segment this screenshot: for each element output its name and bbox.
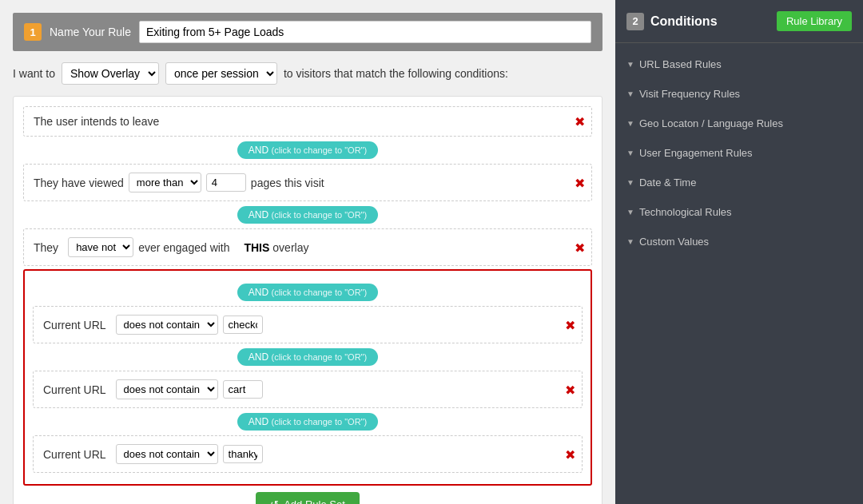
chevron-visit: ▼ [626,89,634,98]
group-url-title[interactable]: ▼ URL Based Rules [615,53,863,76]
rule-library-button[interactable]: Rule Library [777,11,852,31]
step1-label: Name Your Rule [50,26,131,38]
url-row-2: Current URL does not contain contains eq… [33,371,583,408]
url-row-3-select[interactable]: does not contain contains equals starts … [116,444,218,464]
ruleset-box: AND (click to change to "OR") Current UR… [23,269,592,486]
chevron-engagement: ▼ [626,149,634,157]
row3-bold: THIS [244,241,269,254]
iwantto-suffix: to visitors that match the following con… [284,67,508,80]
add-ruleset-icon: ↺ [270,498,279,504]
url-row-3-input[interactable] [223,445,263,463]
remove-condition-2[interactable]: ✖ [575,175,585,190]
url-row-2-input[interactable] [223,380,263,399]
add-ruleset-button[interactable]: ↺ Add Rule Set [256,492,360,504]
chevron-custom: ▼ [626,237,634,246]
chevron-datetime: ▼ [626,178,634,187]
chevron-geo: ▼ [626,119,634,128]
iwantto-row: I want to Show Overlay Hide Overlay Show… [13,62,603,85]
url-row-1-select[interactable]: does not contain contains equals starts … [116,315,218,335]
conditions-title: Conditions [650,14,718,29]
row3-engagement-select[interactable]: have not have [68,237,133,257]
group-geo-title[interactable]: ▼ Geo Locaton / Language Rules [615,112,863,135]
group-url[interactable]: ▼ URL Based Rules [615,50,863,79]
remove-condition-1[interactable]: ✖ [575,114,585,129]
url-row-3: Current URL does not contain contains eq… [33,435,583,473]
group-url-label: URL Based Rules [639,58,722,70]
group-visit[interactable]: ▼ Visit Frequency Rules [615,79,863,109]
iwantto-prefix: I want to [13,67,55,80]
url-row-2-prefix: Current URL [43,383,106,396]
add-ruleset-row: ↺ Add Rule Set [23,492,592,504]
right-panel: 2 Conditions Rule Library ▼ URL Based Ru… [615,0,863,504]
add-ruleset-label: Add Rule Set [284,498,345,504]
condition-row-1-text: The user intends to leave [34,115,159,128]
group-visit-label: Visit Frequency Rules [639,88,740,100]
condition-row-3: They have not have ever engaged with THI… [23,228,592,266]
remove-condition-3[interactable]: ✖ [575,240,585,255]
remove-url-row-1[interactable]: ✖ [565,317,575,332]
frequency-select[interactable]: once per session once per visitor every … [165,62,277,85]
and-button-2[interactable]: AND (click to change to "OR") [237,206,378,224]
group-geo[interactable]: ▼ Geo Locaton / Language Rules [615,109,863,138]
chevron-url: ▼ [626,60,634,69]
and-button-top[interactable]: AND (click to change to "OR") [237,284,378,301]
condition-row-1: The user intends to leave ✖ [23,106,592,137]
row2-comparison-select[interactable]: more than less than equal to [129,173,201,192]
remove-url-row-2[interactable]: ✖ [565,382,575,397]
and-connector-1: AND (click to change to "OR") [23,141,592,159]
remove-url-row-3[interactable]: ✖ [565,446,575,462]
condition-row-2: They have viewed more than less than equ… [23,164,592,201]
group-datetime[interactable]: ▼ Date & Time [615,168,863,197]
group-engagement-label: User Engagement Rules [639,147,753,159]
group-engagement[interactable]: ▼ User Engagement Rules [615,138,863,168]
row2-prefix: They have viewed [34,177,124,189]
group-geo-label: Geo Locaton / Language Rules [639,117,783,129]
group-tech-title[interactable]: ▼ Technological Rules [615,200,863,224]
row3-suffix: ever engaged with [138,241,229,254]
action-select[interactable]: Show Overlay Hide Overlay Show Widget [62,62,159,85]
url-row-1: Current URL does not contain contains eq… [33,306,583,343]
row2-number-input[interactable] [206,173,246,192]
rule-name-input[interactable] [139,21,591,43]
url-row-1-prefix: Current URL [43,319,106,331]
row3-prefix: They [34,241,58,254]
and-button-url-2[interactable]: AND (click to change to "OR") [237,413,378,431]
group-visit-title[interactable]: ▼ Visit Frequency Rules [615,82,863,105]
and-button-url-1[interactable]: AND (click to change to "OR") [237,348,378,366]
group-tech-label: Technological Rules [639,206,732,218]
row2-suffix: pages this visit [251,177,324,189]
conditions-box: The user intends to leave ✖ AND (click t… [13,96,603,504]
group-engagement-title[interactable]: ▼ User Engagement Rules [615,141,863,165]
and-connector-url-2: AND (click to change to "OR") [33,413,583,431]
group-datetime-title[interactable]: ▼ Date & Time [615,171,863,194]
url-row-2-select[interactable]: does not contain contains equals starts … [116,379,218,399]
step1-number: 1 [24,23,42,41]
group-custom-label: Custom Values [639,236,709,248]
and-button-1[interactable]: AND (click to change to "OR") [237,141,378,159]
row3-suffix2: overlay [272,241,308,254]
conditions-list: ▼ URL Based Rules ▼ Visit Frequency Rule… [615,43,863,263]
chevron-tech: ▼ [626,208,634,216]
step1-header: 1 Name Your Rule [13,13,603,51]
url-row-3-prefix: Current URL [43,448,106,461]
and-connector-url-1: AND (click to change to "OR") [33,348,583,366]
ruleset-and-top: AND (click to change to "OR") [33,284,583,301]
and-connector-2: AND (click to change to "OR") [23,206,592,224]
group-custom-title[interactable]: ▼ Custom Values [615,230,863,253]
right-panel-header: 2 Conditions Rule Library [615,0,863,43]
group-custom[interactable]: ▼ Custom Values [615,227,863,256]
url-row-1-input[interactable] [223,315,263,334]
step2-number: 2 [626,13,644,30]
group-tech[interactable]: ▼ Technological Rules [615,197,863,227]
group-datetime-label: Date & Time [639,177,697,189]
